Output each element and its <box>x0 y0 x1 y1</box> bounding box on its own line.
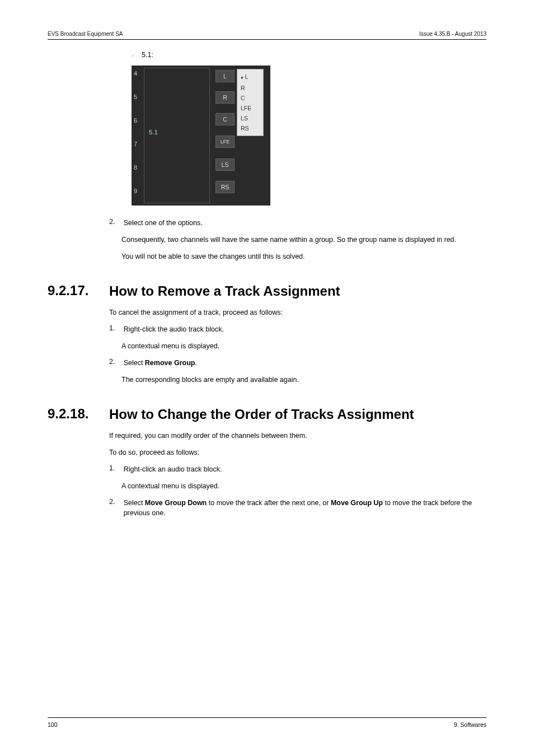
t: Select <box>124 359 145 367</box>
header-right: Issue 4.35.B - August 2013 <box>419 31 486 37</box>
idx-6: 6 <box>134 117 137 124</box>
bold-remove-group: Remove Group <box>145 359 195 367</box>
section-number: 9.2.17. <box>48 283 98 298</box>
bold-move-down: Move Group Down <box>145 499 207 507</box>
step-text: Select Move Group Down to move the track… <box>124 498 486 518</box>
idx-7: 7 <box>134 141 137 147</box>
page-header: EVS Broadcast Equipment SA Issue 4.35.B … <box>48 31 486 40</box>
idx-5: 5 <box>134 94 137 100</box>
step-2: 2. Select one of the options. <box>109 218 486 228</box>
idx-4: 4 <box>134 70 137 77</box>
section-title: How to Change the Order of Tracks Assign… <box>109 406 414 423</box>
step-text: Select one of the options. <box>124 218 486 228</box>
step-2-para2: You will not be able to save the changes… <box>121 251 486 262</box>
section-9-2-17-body: To cancel the assignment of a track, pro… <box>48 307 486 385</box>
channel-LFE[interactable]: LFE <box>216 136 235 148</box>
bold-move-up: Move Group Up <box>331 499 383 507</box>
page-number: 100 <box>48 721 58 728</box>
popup-item-RS[interactable]: RS <box>241 123 260 133</box>
section-title: How to Remove a Track Assignment <box>109 283 340 300</box>
section-number: 9.2.18. <box>48 406 98 422</box>
section-9-2-18-body: If required, you can modify order of the… <box>48 431 486 518</box>
channel-RS[interactable]: RS <box>216 181 235 193</box>
channel-L[interactable]: L <box>216 70 235 82</box>
step-text: Right-click the audio track block. <box>124 324 486 334</box>
dot-icon: ● <box>241 75 243 80</box>
step-num: 2. <box>109 498 121 506</box>
sec18-step2: 2. Select Move Group Down to move the tr… <box>109 498 486 518</box>
sec18-step1-note: A contextual menu is displayed. <box>121 481 486 491</box>
group-box: 5.1 <box>144 68 210 203</box>
sec18-p2: To do so, proceed as follows: <box>109 447 486 458</box>
popup-item-C[interactable]: C <box>241 93 260 103</box>
step-2-para1: Consequently, two channels will have the… <box>121 235 486 245</box>
t: . <box>195 359 196 367</box>
bullet-icon: ○ <box>132 54 142 57</box>
step-num: 2. <box>109 218 121 226</box>
channel-LS[interactable]: LS <box>216 158 235 171</box>
t: Select <box>124 499 145 507</box>
section-9-2-17-heading: 9.2.17. How to Remove a Track Assignment <box>48 283 486 300</box>
channel-panel-figure: 4 5 6 7 8 9 5.1 L R C LFE LS RS ●L R C L… <box>132 66 486 206</box>
step-text: Select Remove Group. <box>124 358 486 368</box>
step-num: 2. <box>109 358 121 366</box>
sec17-step2: 2. Select Remove Group. <box>109 358 486 368</box>
channel-R[interactable]: R <box>216 91 235 104</box>
sec17-step2-note: The corresponding blocks are empty and a… <box>121 375 486 385</box>
header-left: EVS Broadcast Equipment SA <box>48 31 123 37</box>
sec18-step1: 1. Right-click an audio track block. <box>109 464 486 474</box>
step-num: 1. <box>109 464 121 472</box>
group-label-51: 5.1 <box>149 129 158 136</box>
page-footer: 100 9. Softwares <box>48 717 486 728</box>
bullet-51-text: 5.1: <box>142 51 153 59</box>
t: to move the track after the next one, or <box>207 499 331 507</box>
idx-8: 8 <box>134 164 137 171</box>
channel-popup[interactable]: ●L R C LFE LS RS <box>237 69 264 136</box>
popup-item-LFE[interactable]: LFE <box>241 103 260 113</box>
sec18-p1: If required, you can modify order of the… <box>109 431 486 441</box>
step-text: Right-click an audio track block. <box>124 464 486 474</box>
idx-9: 9 <box>134 188 137 194</box>
channel-panel: 4 5 6 7 8 9 5.1 L R C LFE LS RS ●L R C L… <box>132 66 270 206</box>
step-num: 1. <box>109 324 121 332</box>
footer-chapter: 9. Softwares <box>454 721 486 728</box>
popup-L-label: L <box>245 73 249 80</box>
channel-C[interactable]: C <box>216 113 235 125</box>
bullet-51: ○5.1: <box>132 51 486 59</box>
popup-item-L[interactable]: ●L <box>241 72 260 83</box>
sec17-intro: To cancel the assignment of a track, pro… <box>109 307 486 318</box>
sec17-step1-note: A contextual menu is displayed. <box>121 341 486 351</box>
index-column: 4 5 6 7 8 9 <box>134 66 137 194</box>
popup-item-R[interactable]: R <box>241 83 260 93</box>
popup-item-LS[interactable]: LS <box>241 113 260 123</box>
main-content: ○5.1: 4 5 6 7 8 9 5.1 L R C LFE LS RS ●L… <box>48 51 486 262</box>
sec17-step1: 1. Right-click the audio track block. <box>109 324 486 334</box>
section-9-2-18-heading: 9.2.18. How to Change the Order of Track… <box>48 406 486 423</box>
